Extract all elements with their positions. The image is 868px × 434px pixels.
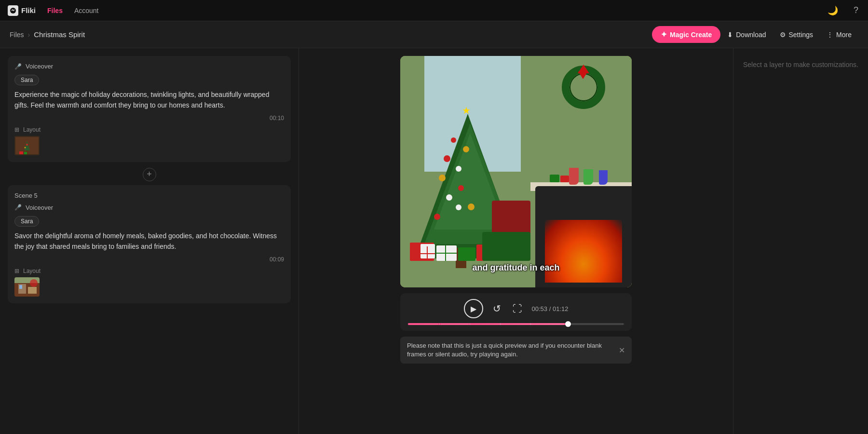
scene-5-time: 00:09 (14, 256, 284, 263)
scene-5-layout-row: ⊞ Layout (14, 268, 284, 274)
nav-account[interactable]: Account (74, 7, 99, 14)
progress-thumb (565, 321, 571, 327)
scene-4-time: 00:10 (14, 115, 284, 122)
app-logo[interactable]: Fliki (8, 5, 36, 16)
voiceover-icon-5: 🎤 (14, 204, 22, 211)
notification-close-button[interactable]: ✕ (619, 346, 625, 355)
logo-text: Fliki (21, 6, 36, 14)
scene-4-voiceover-header: 🎤 Voiceover (14, 63, 284, 70)
breadcrumb-bar: Files › Christmas Spirit ✦ Magic Create … (0, 21, 868, 48)
replay-icon: ↺ (493, 303, 501, 314)
layout-label: Layout (23, 126, 41, 133)
voiceover-icon: 🎤 (14, 63, 22, 70)
svg-rect-14 (28, 287, 37, 294)
scene-4-voice-tag[interactable]: Sara (14, 75, 39, 85)
center-panel: ★ (299, 48, 733, 434)
magic-create-label: Magic Create (670, 31, 712, 39)
nav-files[interactable]: Files (47, 7, 63, 14)
top-nav: Fliki Files Account 🌙 ? (0, 0, 868, 21)
more-label: More (836, 31, 852, 39)
scene-5-text[interactable]: Savor the delightful aroma of homely mea… (14, 231, 284, 252)
svg-rect-13 (19, 285, 22, 289)
scene-5-label-row: Scene 5 (14, 192, 284, 199)
main-layout: 🎤 Voiceover Sara Experience the magic of… (0, 48, 868, 434)
breadcrumb-current: Christmas Spirit (34, 30, 85, 39)
scene-4-card: 🎤 Voiceover Sara Experience the magic of… (8, 56, 291, 162)
replay-button[interactable]: ↺ (491, 301, 503, 316)
progress-bar[interactable] (408, 323, 624, 325)
svg-point-5 (26, 144, 28, 146)
scene-5-label: Scene 5 (14, 192, 38, 199)
scene-5-voice-tag[interactable]: Sara (14, 216, 39, 227)
scene-4-text[interactable]: Experience the magic of holiday decorati… (14, 89, 284, 111)
layout-icon: ⊞ (14, 126, 19, 133)
magic-create-button[interactable]: ✦ Magic Create (652, 26, 720, 43)
progress-fill (408, 323, 568, 325)
scene-5-voiceover-header: 🎤 Voiceover (14, 204, 284, 211)
scene-5-voiceover-label: Voiceover (26, 204, 53, 211)
magic-icon: ✦ (661, 30, 667, 39)
breadcrumb-separator: › (28, 31, 30, 39)
video-container[interactable]: ★ (400, 56, 632, 287)
layout-label-5: Layout (23, 268, 41, 274)
settings-icon: ⚙ (780, 31, 786, 39)
more-icon: ⋮ (827, 31, 833, 39)
svg-point-6 (25, 147, 26, 148)
layout-icon-5: ⊞ (14, 268, 19, 274)
video-controls: ▶ ↺ ⛶ 00:53 / 01:12 (400, 293, 632, 331)
current-time: 00:53 (532, 305, 548, 312)
time-display: 00:53 / 01:12 (532, 305, 569, 312)
fullscreen-icon: ⛶ (513, 303, 522, 314)
add-scene-button[interactable]: + (8, 168, 291, 181)
notification-banner: Please note that this is just a quick pr… (400, 337, 632, 364)
download-label: Download (736, 31, 766, 39)
dark-mode-toggle[interactable]: 🌙 (826, 3, 840, 18)
svg-rect-7 (19, 151, 23, 154)
download-button[interactable]: ⬇ Download (720, 27, 773, 42)
scene-5-card: Scene 5 🎤 Voiceover Sara Savor the delig… (8, 185, 291, 303)
video-frame: ★ (400, 56, 632, 287)
video-subtitle: and gratitude in each (400, 263, 632, 273)
play-button[interactable]: ▶ (464, 299, 483, 318)
breadcrumb-files[interactable]: Files (10, 31, 24, 39)
more-button[interactable]: ⋮ More (820, 27, 858, 42)
svg-point-15 (30, 279, 38, 287)
download-icon: ⬇ (727, 31, 733, 39)
add-icon: + (143, 168, 156, 181)
total-time: 01:12 (553, 305, 569, 312)
scene-4-layout-row: ⊞ Layout (14, 126, 284, 133)
scene-4-voiceover-label: Voiceover (26, 63, 53, 70)
settings-label: Settings (789, 31, 814, 39)
svg-rect-8 (24, 152, 27, 154)
right-panel: Select a layer to make customizations. (733, 48, 868, 434)
time-separator: / (549, 305, 553, 312)
notification-text: Please note that this is just a quick pr… (407, 341, 614, 359)
help-icon[interactable]: ? (852, 3, 860, 17)
scene-5-thumbnail[interactable] (14, 277, 40, 297)
scene-4-thumbnail[interactable] (14, 136, 40, 155)
fullscreen-button[interactable]: ⛶ (511, 301, 524, 316)
play-icon: ▶ (471, 304, 476, 313)
left-panel: 🎤 Voiceover Sara Experience the magic of… (0, 48, 299, 434)
logo-icon (8, 5, 18, 16)
right-panel-placeholder: Select a layer to make customizations. (743, 60, 858, 70)
settings-button[interactable]: ⚙ Settings (773, 27, 820, 42)
